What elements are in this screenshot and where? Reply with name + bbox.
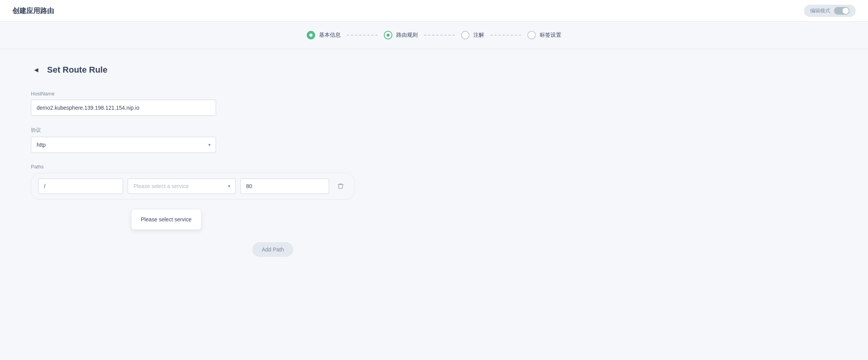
steps-bar: 基本信息 路由规则 注解 标签设置 bbox=[0, 22, 868, 49]
step-annotation[interactable]: 注解 bbox=[461, 31, 484, 39]
protocol-select[interactable]: http https bbox=[31, 137, 216, 153]
path-input[interactable] bbox=[38, 178, 123, 194]
step-tag[interactable]: 标签设置 bbox=[527, 31, 561, 39]
service-select[interactable]: Please select a service bbox=[128, 178, 236, 194]
page-header-title: 创建应用路由 bbox=[12, 6, 54, 15]
step-basic[interactable]: 基本信息 bbox=[307, 31, 341, 39]
service-select-wrapper: Please select a service ▾ bbox=[128, 178, 236, 194]
hostname-field: HostName bbox=[31, 91, 316, 116]
paths-row: Please select a service ▾ bbox=[31, 173, 355, 200]
protocol-field: 协议 http https ▾ bbox=[31, 127, 316, 153]
step-circle-basic bbox=[307, 31, 315, 39]
paths-field: Paths Please select a service ▾ bbox=[31, 164, 316, 230]
step-label-basic: 基本信息 bbox=[319, 32, 341, 39]
edit-mode-label: 编辑模式 bbox=[810, 7, 830, 14]
step-label-tag: 标签设置 bbox=[540, 32, 561, 39]
hostname-input[interactable] bbox=[31, 100, 216, 116]
protocol-label: 协议 bbox=[31, 127, 316, 134]
step-route[interactable]: 路由规则 bbox=[384, 31, 418, 39]
paths-label: Paths bbox=[31, 164, 316, 170]
hostname-label: HostName bbox=[31, 91, 316, 97]
main-content: ◄ Set Route Rule HostName 协议 http https … bbox=[0, 49, 347, 272]
form-section: HostName 协议 http https ▾ Paths Please se… bbox=[31, 91, 316, 230]
step-circle-tag bbox=[527, 31, 536, 39]
delete-path-button[interactable] bbox=[334, 179, 348, 193]
step-circle-route bbox=[384, 31, 392, 39]
port-input[interactable] bbox=[240, 178, 329, 194]
add-path-row: Add Path bbox=[31, 242, 316, 257]
step-label-route: 路由规则 bbox=[396, 32, 418, 39]
page-title-row: ◄ Set Route Rule bbox=[31, 65, 316, 75]
step-divider-3 bbox=[490, 35, 521, 36]
header: 创建应用路由 编辑模式 bbox=[0, 0, 868, 22]
trash-icon bbox=[337, 183, 344, 190]
step-divider-1 bbox=[347, 35, 378, 36]
service-hint: Please select service bbox=[131, 209, 201, 230]
add-path-button[interactable]: Add Path bbox=[252, 242, 293, 257]
protocol-select-wrapper: http https ▾ bbox=[31, 137, 216, 153]
toggle-switch[interactable] bbox=[834, 7, 849, 15]
service-hint-container: Please select service bbox=[31, 206, 316, 230]
step-circle-annotation bbox=[461, 31, 469, 39]
edit-mode-toggle[interactable]: 编辑模式 bbox=[804, 5, 856, 17]
step-divider-2 bbox=[424, 35, 455, 36]
step-label-annotation: 注解 bbox=[473, 32, 484, 39]
back-button[interactable]: ◄ bbox=[31, 65, 42, 75]
page-title: Set Route Rule bbox=[47, 65, 107, 75]
toggle-knob bbox=[843, 8, 849, 14]
